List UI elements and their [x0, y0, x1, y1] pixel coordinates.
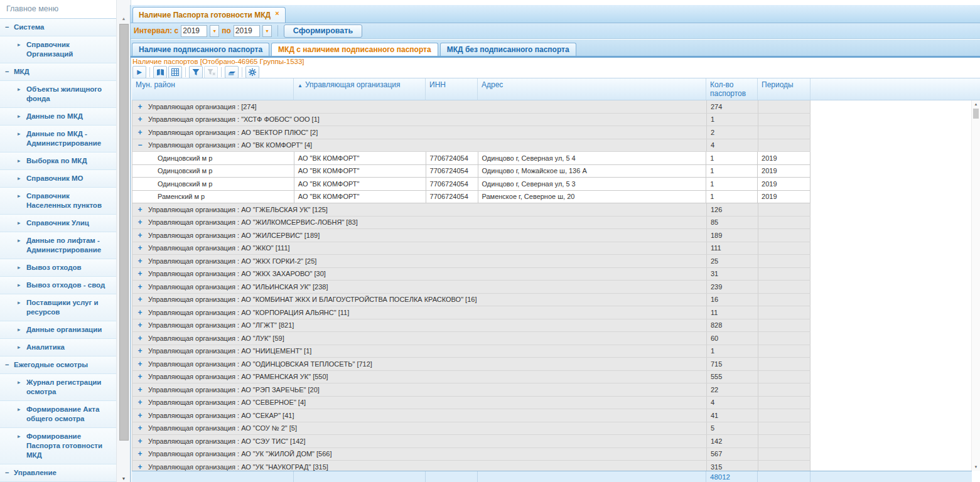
sidebar-item-5[interactable]: ▸Данные по МКД	[0, 108, 116, 126]
sidebar-item-11[interactable]: ▸Данные по лифтам - Администрирование	[0, 232, 116, 259]
column-header-3[interactable]: ИНН	[426, 78, 478, 100]
group-row[interactable]: +Управляющая организация : АО "СЕКАР" [4…	[132, 409, 810, 422]
filter-clear-button[interactable]	[204, 66, 218, 78]
view-tab-3[interactable]: МКД без подписанного паспорта	[440, 43, 576, 56]
table-scrollbar-thumb[interactable]	[973, 109, 979, 119]
close-icon[interactable]: ×	[275, 9, 279, 17]
collapse-icon[interactable]: −	[136, 141, 144, 149]
column-header-1[interactable]: Мун. район	[132, 78, 294, 100]
group-row[interactable]: +Управляющая организация : АО "ГЖЕЛЬСКАЯ…	[132, 203, 810, 217]
sidebar-item-19[interactable]: ▸Формирование Акта общего осмотра	[0, 401, 116, 428]
view-tab-2[interactable]: МКД с наличием подписанного паспорта	[271, 43, 438, 56]
view-tab-1[interactable]: Наличие подписанного паспорта	[132, 43, 269, 56]
column-header-6[interactable]: Периоды	[758, 78, 810, 100]
expand-icon[interactable]: +	[136, 399, 144, 406]
sidebar-item-20[interactable]: ▸Формирование Паспорта готовности МКД	[0, 428, 116, 464]
sidebar-item-10[interactable]: ▸Справочник Улиц	[0, 215, 116, 232]
sidebar-scrollbar[interactable]: ▲ ▼	[116, 0, 131, 482]
document-tab[interactable]: Наличие Паспорта готовности МКД×	[132, 7, 286, 23]
scroll-up-icon[interactable]: ▲	[117, 16, 131, 21]
sidebar-item-21[interactable]: −Управление	[0, 464, 116, 482]
expand-icon[interactable]: +	[136, 450, 144, 458]
group-row[interactable]: +Управляющая организация : АО "СЕВЕРНОЕ"…	[132, 397, 810, 410]
column-header-5[interactable]: Кол-во паспортов	[706, 78, 758, 100]
sidebar-item-14[interactable]: ▸Поставщики услуг и ресурсов	[0, 294, 116, 321]
sidebar-item-12[interactable]: ▸Вывоз отходов	[0, 259, 116, 277]
collapse-icon[interactable]: −	[5, 468, 14, 478]
expand-icon[interactable]: +	[136, 218, 144, 226]
group-row[interactable]: +Управляющая организация : АО "ЖИЛСЕРВИС…	[132, 229, 810, 242]
collapse-icon[interactable]: −	[5, 67, 14, 77]
group-row[interactable]: +Управляющая организация : АО "ЖКХ ГОРКИ…	[132, 255, 810, 268]
expand-icon[interactable]: +	[136, 206, 144, 213]
settings-gear-button[interactable]	[245, 66, 259, 78]
group-row[interactable]: +Управляющая организация : АО "УК "ЖИЛОЙ…	[132, 448, 810, 461]
sidebar-item-1[interactable]: −Система	[0, 19, 116, 36]
expand-icon[interactable]: +	[136, 412, 144, 419]
group-row[interactable]: +Управляющая организация : АО "ВЕКТОР ПЛ…	[132, 126, 810, 139]
expand-icon[interactable]: +	[136, 103, 144, 110]
expand-icon[interactable]: +	[136, 309, 144, 316]
expand-icon[interactable]: +	[136, 232, 144, 239]
expand-icon[interactable]: +	[136, 386, 144, 394]
scroll-down-icon[interactable]: ▼	[972, 465, 980, 469]
table-row[interactable]: Одинцовский м рАО "ВК КОМФОРТ"7706724054…	[132, 165, 810, 178]
run-button[interactable]: ▶	[132, 66, 146, 78]
export-button[interactable]	[225, 66, 239, 78]
sidebar-item-15[interactable]: ▸Данные организации	[0, 321, 116, 339]
expand-icon[interactable]: +	[136, 360, 144, 368]
table-row[interactable]: Одинцовский м рАО "ВК КОМФОРТ"7706724054…	[132, 178, 810, 191]
sidebar-item-6[interactable]: ▸Данные по МКД - Администрирование	[0, 126, 116, 153]
table-row[interactable]: Раменский м рАО "ВК КОМФОРТ"7706724054Ра…	[132, 191, 810, 204]
group-row[interactable]: +Управляющая организация : АО "РАМЕНСКАЯ…	[132, 371, 810, 384]
table-row[interactable]: Одинцовский м рАО "ВК КОМФОРТ"7706724054…	[132, 152, 810, 165]
column-header-2[interactable]: ▲Управляющая организация	[294, 78, 426, 100]
sidebar-item-4[interactable]: ▸Объекты жилищного фонда	[0, 81, 116, 108]
interval-to-dropdown[interactable]: ▼	[262, 25, 272, 37]
group-row[interactable]: +Управляющая организация : АО "НИИЦЕМЕНТ…	[132, 345, 810, 358]
group-row[interactable]: +Управляющая организация : АО "ЖКО" [111…	[132, 242, 810, 255]
expand-icon[interactable]: +	[136, 424, 144, 432]
interval-to-input[interactable]	[234, 25, 260, 37]
group-row[interactable]: +Управляющая организация : АО "ЖИЛКОМСЕР…	[132, 217, 810, 230]
group-row[interactable]: +Управляющая организация : АО "ЛГЖТ" [82…	[132, 319, 810, 333]
sidebar-item-3[interactable]: −МКД	[0, 63, 116, 81]
group-row[interactable]: +Управляющая организация : АО "СЭУ ТИС" …	[132, 435, 810, 448]
expand-icon[interactable]: +	[136, 437, 144, 445]
book-button[interactable]	[153, 66, 167, 78]
group-row[interactable]: +Управляющая организация : АО "ОДИНЦОВСК…	[132, 358, 810, 371]
expand-icon[interactable]: +	[136, 270, 144, 277]
sidebar-item-2[interactable]: ▸Справочник Организаций	[0, 36, 116, 63]
group-row[interactable]: +Управляющая организация : АО "КОРПОРАЦИ…	[132, 306, 810, 319]
expand-icon[interactable]: +	[136, 347, 144, 355]
expand-icon[interactable]: +	[136, 321, 144, 329]
collapse-icon[interactable]: −	[5, 23, 14, 32]
group-row[interactable]: +Управляющая организация : АО "РЭП ЗАРЕЧ…	[132, 383, 810, 397]
sidebar-item-18[interactable]: ▸Журнал регистрации осмотра	[0, 374, 116, 401]
sidebar-scrollbar-thumb[interactable]	[119, 24, 129, 441]
group-row[interactable]: +Управляющая организация : "ХСТФ ФОБОС" …	[132, 114, 810, 127]
group-row[interactable]: +Управляющая организация : [274]274	[132, 100, 810, 114]
expand-icon[interactable]: +	[136, 463, 144, 471]
group-row[interactable]: −Управляющая организация : АО "ВК КОМФОР…	[132, 139, 810, 153]
sidebar-item-7[interactable]: ▸Выборка по МКД	[0, 153, 116, 170]
group-row[interactable]: +Управляющая организация : АО "ЛУК" [59]…	[132, 332, 810, 345]
expand-icon[interactable]: +	[136, 257, 144, 265]
expand-icon[interactable]: +	[136, 335, 144, 342]
group-row[interactable]: +Управляющая организация : АО "ИЛЬИНСКАЯ…	[132, 281, 810, 294]
collapse-icon[interactable]: −	[5, 360, 14, 370]
table-scrollbar[interactable]: ▲ ▼	[971, 100, 980, 471]
sidebar-item-8[interactable]: ▸Справочник МО	[0, 170, 116, 188]
expand-icon[interactable]: +	[136, 129, 144, 136]
sidebar-item-13[interactable]: ▸Вывоз отходов - свод	[0, 277, 116, 294]
scroll-up-icon[interactable]: ▲	[972, 102, 980, 106]
filter-button[interactable]	[189, 66, 203, 78]
group-row[interactable]: +Управляющая организация : АО "СОУ № 2" …	[132, 422, 810, 436]
generate-button[interactable]: Сформировать	[284, 24, 362, 38]
expand-icon[interactable]: +	[136, 373, 144, 380]
expand-icon[interactable]: +	[136, 244, 144, 252]
expand-icon[interactable]: +	[136, 296, 144, 303]
scroll-down-icon[interactable]: ▼	[117, 476, 131, 481]
sidebar-item-9[interactable]: ▸Справочник Населенных пунктов	[0, 188, 116, 215]
sidebar-item-17[interactable]: −Ежегодные осмотры	[0, 356, 116, 374]
